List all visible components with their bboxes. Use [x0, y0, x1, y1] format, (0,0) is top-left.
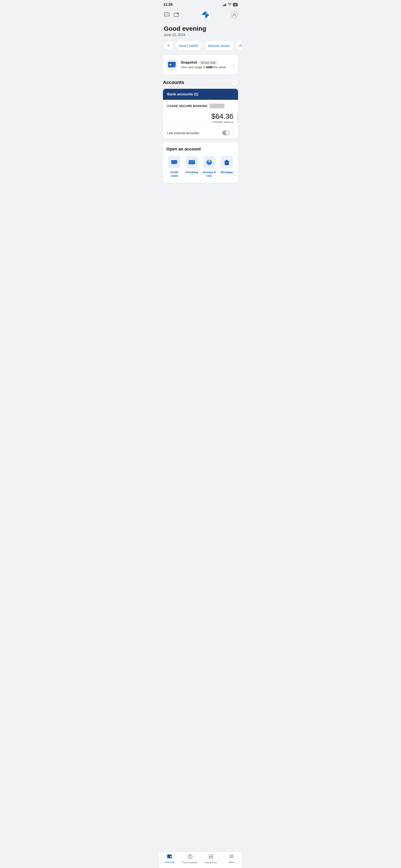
svg-rect-20: [209, 163, 210, 164]
svg-rect-10: [171, 161, 177, 162]
checking-label: Checking: [185, 170, 198, 174]
greeting-date: June 13, 2024: [164, 33, 237, 37]
battery-icon: 36: [233, 3, 238, 6]
credit-cards-label: Credit cards: [166, 170, 182, 178]
snapshot-badge: 30 sec read: [199, 61, 217, 65]
credit-card-icon-wrap: [168, 156, 180, 168]
account-balance-row: $64.36 Available balance: [163, 112, 238, 127]
open-mortgage[interactable]: Mortgage: [219, 156, 235, 178]
snapshot-icon: [166, 59, 178, 70]
nav-pay-transfer[interactable]: $ Pay & transfer: [180, 854, 201, 864]
open-savings[interactable]: Savings & CDs: [201, 156, 217, 178]
open-credit-cards[interactable]: Credit cards: [166, 156, 182, 178]
nav-plan-track[interactable]: Plan & track: [200, 854, 221, 864]
savings-label: Savings & CDs: [201, 170, 217, 178]
bank-accounts-header: Bank accounts (1): [163, 89, 238, 100]
account-name-row: CHASE SECURE BANKING ›: [167, 104, 234, 108]
open-checking[interactable]: Checking: [184, 156, 200, 178]
pay-bills-button[interactable]: Pay bills: [235, 41, 242, 50]
status-bar: 11:24 36: [159, 0, 242, 8]
wallet-icon: [167, 854, 172, 860]
account-chevron-icon: ›: [227, 104, 228, 107]
plan-track-icon: [208, 854, 213, 860]
link-chevron-icon: ›: [233, 131, 234, 135]
savings-icon: [205, 158, 213, 166]
nav-accounts-label: Accounts: [165, 861, 174, 863]
nav-left-icons: [163, 11, 180, 18]
svg-rect-11: [172, 163, 173, 164]
balance-bar: [237, 114, 238, 122]
messages-icon[interactable]: [163, 11, 170, 18]
pay-transfer-icon: $: [188, 854, 193, 860]
toggle-knob: [226, 131, 229, 135]
link-external-row[interactable]: Link external accounts ›: [163, 127, 238, 138]
nav-more[interactable]: More: [221, 854, 242, 864]
open-account-title: Open an account: [166, 147, 235, 152]
account-number-blur: [210, 104, 225, 108]
account-row[interactable]: CHASE SECURE BANKING ›: [163, 100, 238, 112]
accounts-header: Accounts ···: [163, 79, 238, 86]
status-icons: 36: [223, 3, 238, 6]
bank-accounts-title: Bank accounts (1): [167, 92, 234, 96]
bottom-nav: Accounts $ Pay & transfer Plan & track: [159, 852, 242, 868]
link-external-toggle[interactable]: [222, 130, 230, 135]
svg-point-1: [165, 14, 166, 15]
mortgage-label: Mortgage: [221, 170, 233, 174]
greeting-section: Good evening June 13, 2024: [159, 23, 242, 41]
link-external-text: Link external accounts: [167, 131, 199, 135]
accounts-section: Accounts ··· Bank accounts (1) CHASE SEC…: [163, 79, 238, 138]
open-account-grid: Credit cards Checking: [166, 156, 235, 178]
wifi-icon: [228, 3, 232, 6]
open-account-card: Open an account Credit cards: [163, 143, 238, 183]
svg-rect-12: [175, 163, 177, 164]
nav-pay-transfer-label: Pay & transfer: [183, 861, 198, 864]
svg-marker-21: [224, 160, 230, 162]
accounts-card: Bank accounts (1) CHASE SECURE BANKING ›…: [163, 89, 238, 138]
signal-icon: [223, 3, 227, 6]
svg-rect-14: [189, 160, 195, 162]
card-chip: [169, 64, 171, 65]
savings-icon-wrap: [203, 156, 216, 168]
chase-logo: [201, 10, 210, 20]
link-row-right: ›: [222, 130, 234, 135]
snapshot-title-row: Snapshot 30 sec read: [181, 60, 230, 65]
quick-actions: + Send | Zelle® Deposit checks Pay bills: [159, 41, 242, 55]
accounts-options-button[interactable]: ···: [231, 79, 238, 86]
add-card-icon[interactable]: [173, 11, 180, 18]
nav-more-label: More: [229, 861, 234, 863]
snapshot-amount: $388: [206, 65, 212, 69]
svg-point-2: [167, 14, 167, 15]
send-zelle-button[interactable]: Send | Zelle®: [175, 41, 202, 50]
accounts-title: Accounts: [163, 80, 184, 85]
snapshot-card[interactable]: Snapshot 30 sec read Your card usage is …: [163, 55, 238, 74]
account-balance: $64.36: [211, 112, 233, 120]
status-time: 11:24: [163, 3, 172, 7]
snapshot-chevron-icon: ›: [233, 63, 234, 67]
credit-card-icon: [170, 158, 178, 166]
snapshot-card-image: [168, 62, 176, 67]
nav-accounts[interactable]: Accounts: [159, 854, 180, 864]
snapshot-title: Snapshot: [181, 60, 197, 65]
balance-info: $64.36 Available balance: [211, 112, 233, 124]
profile-icon[interactable]: [231, 11, 238, 18]
nav-plan-track-label: Plan & track: [204, 861, 217, 864]
account-balance-label: Available balance: [211, 120, 233, 124]
checking-icon: [188, 158, 196, 166]
svg-point-19: [208, 160, 210, 162]
svg-point-3: [168, 14, 169, 15]
deposit-checks-button[interactable]: Deposit checks: [204, 41, 234, 50]
top-nav: [159, 8, 242, 23]
mortgage-icon-wrap: [221, 156, 233, 168]
svg-rect-24: [226, 162, 227, 163]
greeting-title: Good evening: [164, 25, 237, 32]
svg-rect-27: [170, 856, 171, 857]
snapshot-text: Snapshot 30 sec read Your card usage is …: [181, 60, 230, 69]
snapshot-description: Your card usage is $388 this week.: [181, 65, 230, 69]
plus-button[interactable]: +: [164, 41, 173, 50]
checking-icon-wrap: [185, 156, 198, 168]
more-icon: [229, 854, 234, 860]
mortgage-icon: [223, 158, 231, 166]
account-name: CHASE SECURE BANKING: [167, 104, 207, 107]
